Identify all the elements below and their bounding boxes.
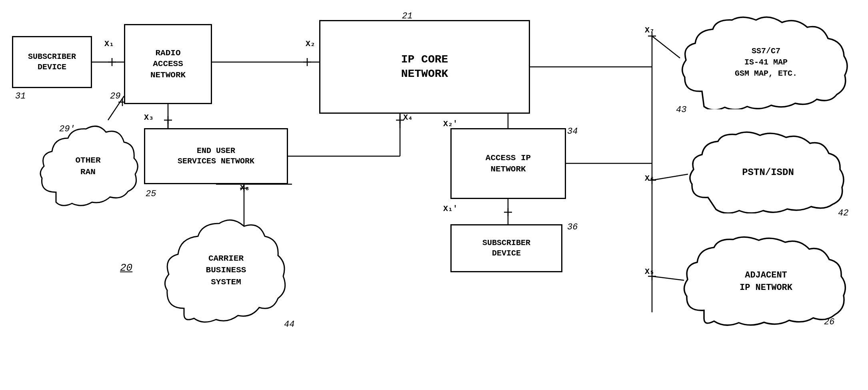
x3-label: X₃ xyxy=(144,112,154,122)
ref-42: 42 xyxy=(838,208,848,218)
other-ran-cloud: OTHERRAN xyxy=(36,120,140,212)
x5-label: X₅ xyxy=(645,266,654,276)
ref-29: 29 xyxy=(110,91,120,101)
x4-label: X₄ xyxy=(403,112,413,122)
ip-core-network-box: IP CORENETWORK xyxy=(319,20,530,114)
x1-label: X₁ xyxy=(104,38,114,48)
svg-line-16 xyxy=(652,276,684,280)
svg-line-15 xyxy=(652,174,688,180)
carrier-business-cloud: CARRIERBUSINESSSYSTEM xyxy=(160,212,292,328)
svg-line-14 xyxy=(652,36,680,58)
x8-label: X₈ xyxy=(240,183,250,193)
ref-29p: 29' xyxy=(59,124,75,134)
ref-21: 21 xyxy=(402,11,412,21)
ref-43: 43 xyxy=(676,105,686,115)
ss7-cloud: SS7/C7IS-41 MAPGSM MAP, ETC. xyxy=(680,15,852,109)
x2p-label: X₂' xyxy=(443,119,458,129)
ref-25: 25 xyxy=(146,189,156,199)
x1p-label: X₁' xyxy=(443,203,458,213)
adjacent-ip-cloud: ADJACENTIP NETWORK xyxy=(682,236,850,328)
radio-access-network-box: RADIOACCESSNETWORK xyxy=(124,24,212,104)
x6-label: X₆ xyxy=(645,173,654,183)
network-diagram: SUBSCRIBER DEVICE RADIOACCESSNETWORK IP … xyxy=(0,0,868,390)
x7-label: X₇ xyxy=(645,25,654,35)
subscriber-device-2-box: SUBSCRIBERDEVICE xyxy=(450,224,562,272)
ref-20: 20 xyxy=(120,262,132,274)
subscriber-device-1-box: SUBSCRIBER DEVICE xyxy=(12,36,92,88)
ref-36: 36 xyxy=(567,222,578,232)
pstn-isdn-cloud: PSTN/ISDN xyxy=(688,131,848,213)
end-user-services-box: END USERSERVICES NETWORK xyxy=(144,128,288,184)
access-ip-network-box: ACCESS IPNETWORK xyxy=(450,128,566,199)
ref-31: 31 xyxy=(15,91,26,101)
ref-44: 44 xyxy=(284,320,294,330)
x2-label: X₂ xyxy=(306,38,315,48)
ref-26: 26 xyxy=(824,317,834,327)
ref-34: 34 xyxy=(567,127,578,137)
